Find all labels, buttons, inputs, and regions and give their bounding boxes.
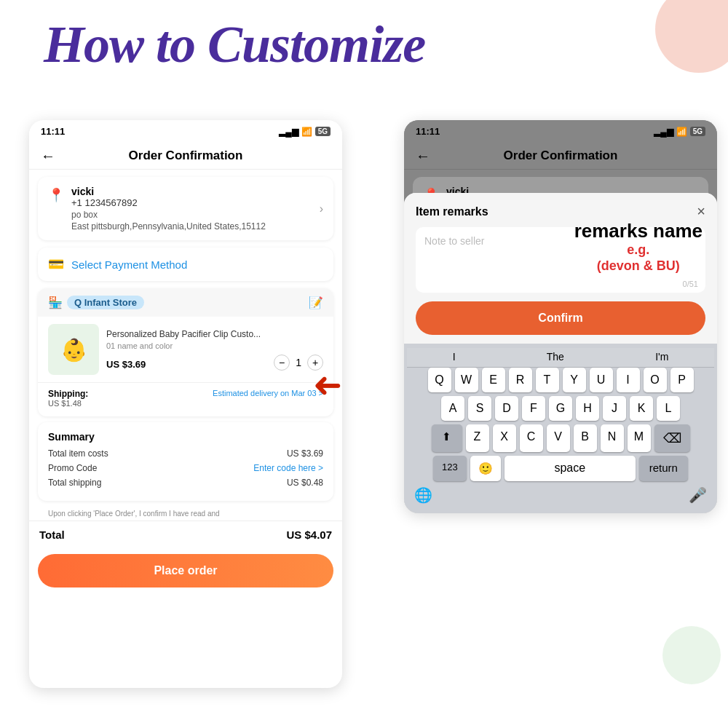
payment-icon-left: 💳 bbox=[48, 256, 64, 272]
wifi-icon-right: 📶 bbox=[676, 127, 687, 137]
shipping-cost-left: US $1.48 bbox=[48, 399, 88, 408]
mic-icon[interactable]: 🎤 bbox=[689, 486, 707, 504]
key-w[interactable]: W bbox=[455, 368, 478, 392]
shift-key[interactable]: ⬆ bbox=[432, 424, 462, 452]
location-icon-left: 📍 bbox=[48, 187, 64, 203]
key-p[interactable]: P bbox=[670, 368, 694, 392]
note-icon-left[interactable]: 📝 bbox=[309, 296, 323, 309]
phone-right: 11:11 ▂▄▆ 📶 5G ← Order Confirmation 📍 vi… bbox=[404, 120, 717, 513]
payment-row-left[interactable]: 💳 Select Payment Method bbox=[38, 248, 333, 281]
nav-bar-left: ← Order Confirmation bbox=[29, 143, 342, 170]
store-icon-left: 🏪 bbox=[48, 296, 63, 309]
key-m[interactable]: M bbox=[628, 424, 651, 452]
summary-row-shipping: Total shipping US $0.48 bbox=[48, 478, 323, 488]
key-j[interactable]: J bbox=[603, 396, 626, 421]
globe-icon[interactable]: 🌐 bbox=[414, 486, 432, 504]
time-left: 11:11 bbox=[41, 126, 65, 137]
suggestion-im[interactable]: I'm bbox=[655, 351, 668, 363]
address-po-left: po box bbox=[71, 210, 312, 220]
product-image-left: 👶 bbox=[48, 324, 99, 375]
num-key[interactable]: 123 bbox=[433, 456, 467, 481]
keyboard-row-4: 123 🙂 space return bbox=[407, 456, 714, 481]
summary-title-left: Summary bbox=[48, 431, 323, 443]
key-z[interactable]: Z bbox=[466, 424, 489, 452]
space-key[interactable]: space bbox=[505, 456, 636, 481]
remarks-counter: 0/51 bbox=[683, 280, 698, 288]
key-b[interactable]: B bbox=[574, 424, 597, 452]
keyboard-row-1: Q W E R T Y U I O P bbox=[407, 368, 714, 392]
key-q[interactable]: Q bbox=[428, 368, 451, 392]
terms-text: Upon clicking 'Place Order', I confirm I… bbox=[38, 507, 333, 521]
total-shipping-value: US $0.48 bbox=[287, 478, 323, 488]
key-o[interactable]: O bbox=[644, 368, 667, 392]
summary-row-promo[interactable]: Promo Code Enter code here > bbox=[48, 463, 323, 473]
suggestion-i[interactable]: I bbox=[453, 351, 456, 363]
key-e[interactable]: E bbox=[482, 368, 505, 392]
store-section-left: 🏪 Q Infant Store 📝 👶 Personalized Baby P… bbox=[38, 288, 333, 416]
key-y[interactable]: Y bbox=[563, 368, 586, 392]
network-badge: 5G bbox=[315, 127, 331, 136]
key-s[interactable]: S bbox=[468, 396, 491, 421]
key-v[interactable]: V bbox=[547, 424, 570, 452]
key-x[interactable]: X bbox=[493, 424, 516, 452]
product-row-left: 👶 Personalized Baby Pacifier Clip Custo.… bbox=[38, 317, 333, 382]
key-k[interactable]: K bbox=[630, 396, 653, 421]
address-phone-left: +1 1234567892 bbox=[71, 197, 312, 208]
nav-title-right: Order Confirmation bbox=[504, 149, 618, 163]
back-button-right[interactable]: ← bbox=[416, 148, 430, 165]
remarks-modal: Item remarks × Note to seller 0/51 remar… bbox=[404, 193, 717, 513]
address-arrow-left: › bbox=[320, 202, 323, 215]
remarks-name-text: remarks name bbox=[574, 220, 703, 242]
summary-section-left: Summary Total item costs US $3.69 Promo … bbox=[38, 422, 333, 501]
key-f[interactable]: F bbox=[522, 396, 545, 421]
key-d[interactable]: D bbox=[495, 396, 518, 421]
remarks-placeholder: Note to seller bbox=[424, 235, 484, 247]
key-h[interactable]: H bbox=[576, 396, 599, 421]
delivery-date-left: Estimated delivery on Mar 03 > bbox=[213, 389, 323, 408]
key-c[interactable]: C bbox=[520, 424, 543, 452]
signal-icons-left: ▂▄▆ 📶 5G bbox=[279, 127, 331, 137]
nav-title-left: Order Confirmation bbox=[129, 149, 243, 163]
total-label-left: Total bbox=[39, 529, 65, 541]
confirm-button[interactable]: Confirm bbox=[416, 301, 705, 335]
total-bar-left: Total US $4.07 bbox=[29, 521, 342, 548]
return-key[interactable]: return bbox=[639, 456, 688, 481]
address-card-left[interactable]: 📍 vicki +1 1234567892 po box East pittsb… bbox=[38, 177, 333, 240]
key-l[interactable]: L bbox=[657, 396, 680, 421]
product-title-left: Personalized Baby Pacifier Clip Custo... bbox=[106, 328, 323, 341]
place-order-button[interactable]: Place order bbox=[38, 554, 333, 587]
remarks-example-text: (devon & BU) bbox=[574, 258, 703, 274]
delete-key[interactable]: ⌫ bbox=[654, 424, 690, 452]
address-location-left: East pittsburgh,Pennsylvania,United Stat… bbox=[71, 221, 312, 232]
key-i[interactable]: I bbox=[617, 368, 640, 392]
shipping-info-left: Shipping: US $1.48 bbox=[48, 389, 88, 408]
promo-value[interactable]: Enter code here > bbox=[253, 463, 323, 473]
suggestion-the[interactable]: The bbox=[547, 351, 564, 363]
key-a[interactable]: A bbox=[441, 396, 464, 421]
item-cost-label: Total item costs bbox=[48, 448, 108, 459]
time-right: 11:11 bbox=[416, 126, 440, 137]
total-shipping-label: Total shipping bbox=[48, 478, 101, 488]
address-row: 📍 vicki +1 1234567892 po box East pittsb… bbox=[48, 186, 323, 232]
key-n[interactable]: N bbox=[601, 424, 624, 452]
qty-value-left: 1 bbox=[296, 357, 301, 368]
product-price-left: US $3.69 bbox=[106, 359, 146, 370]
key-r[interactable]: R bbox=[509, 368, 532, 392]
emoji-key[interactable]: 🙂 bbox=[470, 456, 501, 481]
qty-minus-left[interactable]: − bbox=[274, 355, 290, 371]
key-g[interactable]: G bbox=[549, 396, 572, 421]
key-t[interactable]: T bbox=[536, 368, 559, 392]
promo-label: Promo Code bbox=[48, 463, 97, 473]
back-button-left[interactable]: ← bbox=[41, 148, 55, 165]
key-u[interactable]: U bbox=[590, 368, 613, 392]
store-name-left: Q Infant Store bbox=[67, 296, 144, 309]
shipping-label-left: Shipping: bbox=[48, 389, 88, 399]
signal-icons-right: ▂▄▆ 📶 5G bbox=[654, 127, 705, 137]
network-badge-right: 5G bbox=[690, 127, 705, 136]
remarks-title: Item remarks bbox=[416, 205, 488, 218]
signal-icon-right: ▂▄▆ bbox=[654, 127, 673, 137]
phone-left: 11:11 ▂▄▆ 📶 5G ← Order Confirmation 📍 vi… bbox=[29, 120, 342, 688]
remarks-close-button[interactable]: × bbox=[697, 203, 705, 220]
item-cost-value: US $3.69 bbox=[287, 448, 323, 459]
nav-bar-right: ← Order Confirmation bbox=[404, 143, 717, 170]
